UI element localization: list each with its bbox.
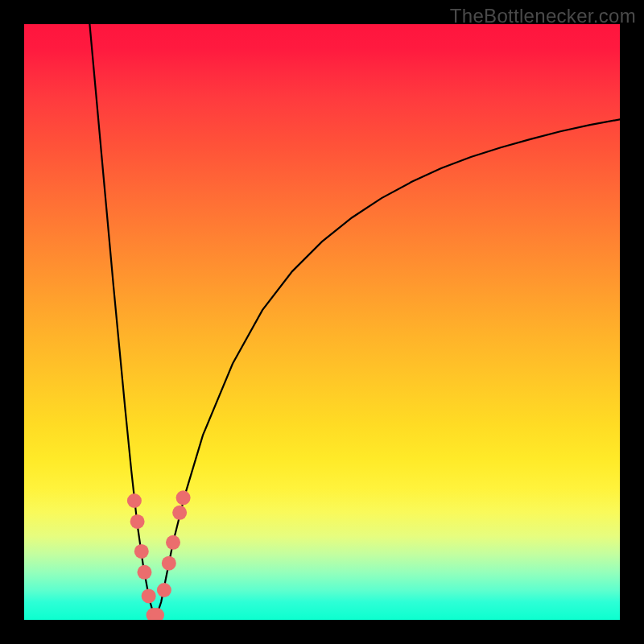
data-marker [142,588,156,603]
data-marker [162,556,176,571]
curve-layer [24,24,620,620]
data-marker [166,535,180,550]
data-marker [130,514,145,529]
plot-area [24,24,620,620]
chart-container: TheBottlenecker.com [0,0,644,644]
data-marker [134,544,149,559]
data-marker [127,493,142,508]
data-marker [176,490,191,505]
data-marker [172,506,187,520]
watermark-text: TheBottlenecker.com [450,5,636,27]
data-marker [157,583,171,597]
data-marker [137,565,151,580]
data-markers [127,490,191,620]
right-curve [155,119,620,620]
left-curve [89,24,155,620]
